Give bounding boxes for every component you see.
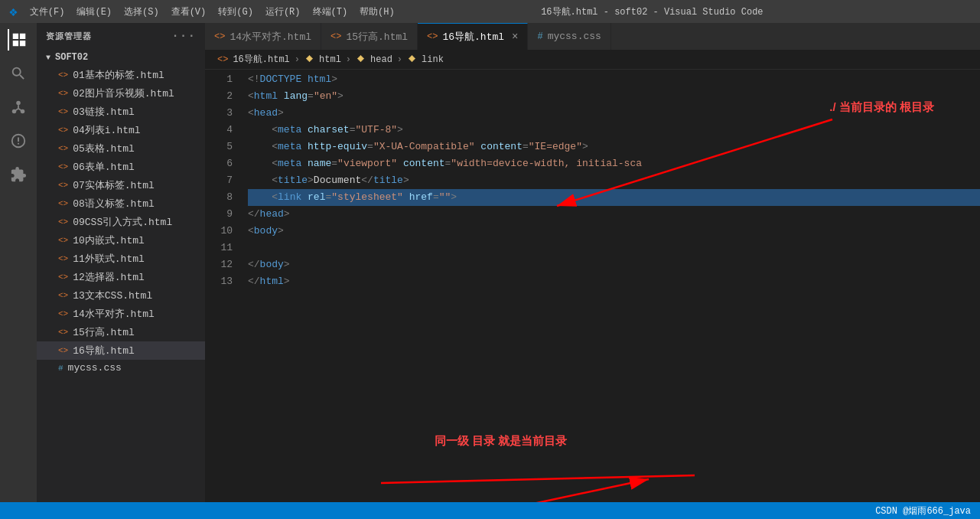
titlebar: ❖ 文件(F) 编辑(E) 选择(S) 查看(V) 转到(G) 运行(R) 终端…	[0, 0, 980, 23]
code-line-2: <html lang="en">	[248, 88, 980, 105]
tab-html-icon: <>	[214, 31, 225, 42]
main-layout: 资源管理器 ··· ▼ SOFT02 <> 01基本的标签.html <> 02…	[0, 23, 980, 502]
html-file-icon: <>	[58, 162, 68, 171]
line-num-1: 1	[205, 71, 233, 88]
menu-help[interactable]: 帮助(H)	[360, 5, 395, 18]
file-item-15[interactable]: <> 15行高.html	[37, 323, 205, 341]
file-item-05[interactable]: <> 05表格.html	[37, 139, 205, 158]
file-item-08[interactable]: <> 08语义标签.html	[37, 194, 205, 213]
line-num-4: 4	[205, 122, 233, 139]
breadcrumb-html-icon: ⯁	[304, 54, 314, 65]
tab-label: mycss.css	[548, 31, 601, 42]
menu-run[interactable]: 运行(R)	[265, 5, 301, 18]
breadcrumb-file-icon: <>	[217, 54, 228, 65]
menu-view[interactable]: 查看(V)	[171, 5, 207, 18]
activity-extensions[interactable]	[8, 164, 29, 185]
file-label: 15行高.html	[73, 325, 135, 339]
svg-point-0	[16, 101, 21, 106]
sidebar: 资源管理器 ··· ▼ SOFT02 <> 01基本的标签.html <> 02…	[37, 23, 205, 502]
file-label: 13文本CSS.html	[73, 289, 152, 302]
tab-label: 16导航.html	[442, 30, 504, 44]
file-item-07[interactable]: <> 07实体标签.html	[37, 176, 205, 194]
file-item-16[interactable]: <> 16导航.html	[37, 341, 205, 360]
menu-select[interactable]: 选择(S)	[124, 5, 159, 18]
code-line-13: </html>	[248, 273, 980, 290]
menu-edit[interactable]: 编辑(E)	[77, 5, 112, 18]
line-num-6: 6	[205, 155, 233, 172]
code-line-7: <title>Document</title>	[248, 172, 980, 189]
html-file-icon: <>	[58, 309, 68, 318]
tab-label: 14水平对齐.html	[230, 30, 311, 44]
activity-debug[interactable]	[8, 130, 29, 152]
code-line-3: <head>	[248, 105, 980, 122]
file-item-01[interactable]: <> 01基本的标签.html	[37, 66, 205, 84]
tab-15[interactable]: <> 15行高.html	[321, 23, 418, 50]
file-label: 16导航.html	[73, 344, 135, 357]
tab-label: 15行高.html	[346, 30, 408, 44]
file-label: 09CSS引入方式.html	[73, 215, 172, 229]
window-title: 16导航.html - soft02 - Visual Studio Code	[541, 5, 763, 18]
html-file-icon: <>	[58, 273, 68, 282]
file-item-12[interactable]: <> 12选择器.html	[37, 268, 205, 286]
breadcrumb-link-icon: ⯁	[407, 54, 417, 65]
sidebar-header: 资源管理器 ···	[37, 23, 205, 49]
breadcrumb-html: html	[319, 54, 341, 65]
code-line-8: <link rel="stylesheet" href="">	[248, 189, 980, 206]
line-num-9: 9	[205, 206, 233, 223]
line-num-10: 10	[205, 223, 233, 240]
menu-goto[interactable]: 转到(G)	[218, 5, 253, 18]
titlebar-menu: 文件(F) 编辑(E) 选择(S) 查看(V) 转到(G) 运行(R) 终端(T…	[30, 5, 395, 18]
activity-search[interactable]	[8, 63, 29, 84]
status-text: CSDN @烟雨666_java	[875, 504, 971, 517]
code-line-5: <meta http-equiv="X-UA-Compatible" conte…	[248, 139, 980, 155]
code-content[interactable]: <!DOCTYPE html> <html lang="en"> <head> …	[242, 70, 980, 502]
line-num-13: 13	[205, 273, 233, 290]
file-label: 05表格.html	[73, 142, 135, 155]
breadcrumb-sep-1: ›	[295, 54, 300, 65]
folder-soft02[interactable]: ▼ SOFT02	[37, 49, 205, 66]
file-label: 08语义标签.html	[73, 197, 155, 211]
file-item-10[interactable]: <> 10内嵌式.html	[37, 231, 205, 250]
breadcrumb-sep-3: ›	[397, 54, 402, 65]
line-num-3: 3	[205, 105, 233, 122]
css-file-icon: #	[58, 364, 63, 373]
menu-terminal[interactable]: 终端(T)	[313, 5, 348, 18]
editor-area: <> 14水平对齐.html <> 15行高.html <> 16导航.html…	[205, 23, 980, 502]
menu-file[interactable]: 文件(F)	[30, 5, 65, 18]
line-num-2: 2	[205, 88, 233, 105]
file-label: 02图片音乐视频.html	[73, 86, 174, 100]
line-num-11: 11	[205, 240, 233, 256]
activity-git[interactable]	[8, 96, 29, 118]
breadcrumb-head: head	[370, 54, 392, 65]
tab-14[interactable]: <> 14水平对齐.html	[205, 23, 321, 50]
html-file-icon: <>	[58, 346, 68, 355]
code-line-11	[248, 240, 980, 256]
titlebar-left: ❖ 文件(F) 编辑(E) 选择(S) 查看(V) 转到(G) 运行(R) 终端…	[9, 3, 395, 20]
breadcrumb-link: link	[422, 54, 444, 65]
file-item-13[interactable]: <> 13文本CSS.html	[37, 286, 205, 305]
html-file-icon: <>	[58, 181, 68, 190]
file-label: 12选择器.html	[73, 270, 145, 284]
sidebar-more-button[interactable]: ···	[171, 29, 196, 43]
breadcrumb-sep-2: ›	[346, 54, 351, 65]
vscode-logo: ❖	[9, 3, 18, 20]
file-item-14[interactable]: <> 14水平对齐.html	[37, 305, 205, 323]
file-item-06[interactable]: <> 06表单.html	[37, 158, 205, 176]
file-item-04[interactable]: <> 04列表i.html	[37, 121, 205, 139]
file-item-09[interactable]: <> 09CSS引入方式.html	[37, 213, 205, 231]
tab-close-button[interactable]: ×	[512, 31, 518, 43]
file-item-03[interactable]: <> 03链接.html	[37, 103, 205, 121]
line-num-7: 7	[205, 172, 233, 189]
file-label: 07实体标签.html	[73, 178, 155, 192]
file-item-11[interactable]: <> 11外联式.html	[37, 250, 205, 268]
file-item-css[interactable]: # mycss.css	[37, 360, 205, 376]
tab-css[interactable]: # mycss.css	[528, 23, 610, 50]
file-label: mycss.css	[68, 362, 122, 374]
file-item-02[interactable]: <> 02图片音乐视频.html	[37, 84, 205, 103]
html-file-icon: <>	[58, 291, 68, 300]
html-file-icon: <>	[58, 107, 68, 116]
tab-16[interactable]: <> 16导航.html ×	[418, 23, 528, 50]
activity-explorer[interactable]	[8, 29, 29, 51]
code-editor[interactable]: 1 2 3 4 5 6 7 8 9 10 11 12 13 <!DOCTYPE …	[205, 70, 980, 502]
folder-arrow-icon: ▼	[46, 54, 50, 62]
